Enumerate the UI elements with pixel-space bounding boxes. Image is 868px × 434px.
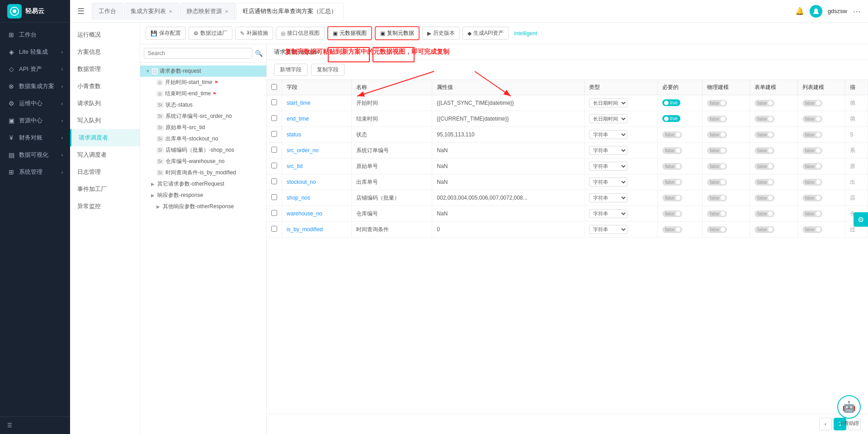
left-menu-plan-info[interactable]: 方案信息 bbox=[70, 43, 140, 61]
row-physical-5[interactable]: false bbox=[703, 174, 750, 190]
row-physical-6[interactable]: false bbox=[703, 190, 750, 206]
row-required-3[interactable]: false bbox=[657, 143, 702, 159]
row-checkbox-3[interactable] bbox=[271, 147, 277, 153]
left-menu-event-factory[interactable]: 事件加工厂 bbox=[70, 181, 140, 198]
metadata-view-button[interactable]: ▣ 元数据视图 bbox=[327, 26, 372, 40]
row-physical-1[interactable]: false bbox=[703, 111, 750, 127]
row-physical-8[interactable]: false bbox=[703, 222, 750, 238]
topbar-avatar[interactable] bbox=[810, 5, 822, 18]
row-form-4[interactable]: false bbox=[750, 159, 797, 174]
left-menu-write-inspector[interactable]: 写入调度者 bbox=[70, 146, 140, 163]
row-physical-0[interactable]: false bbox=[703, 95, 750, 111]
row-list-1[interactable]: false bbox=[797, 111, 845, 127]
row-checkbox-7[interactable] bbox=[271, 210, 277, 216]
row-required-7[interactable]: false bbox=[657, 206, 702, 222]
pagination-prev[interactable]: ‹ bbox=[819, 418, 832, 430]
row-checkbox-4[interactable] bbox=[271, 163, 277, 168]
topbar-more-icon[interactable]: ⋯ bbox=[853, 6, 861, 16]
left-menu-request-queue[interactable]: 请求队列 bbox=[70, 95, 140, 112]
row-list-8[interactable]: false bbox=[797, 222, 845, 238]
row-type-select-8[interactable]: 字符串 字符串 整数 长日期时间 bbox=[589, 225, 627, 234]
tab-integration-list[interactable]: 集成方案列表 ✕ bbox=[124, 3, 179, 20]
row-checkbox-6[interactable] bbox=[271, 194, 277, 200]
row-list-6[interactable]: false bbox=[797, 190, 845, 206]
tree-node-is-by-modified[interactable]: Sr 时间查询条件-is_by_modified bbox=[140, 167, 266, 178]
history-button[interactable]: ▶ 历史版本 bbox=[422, 27, 460, 40]
tree-node-end-time[interactable]: ◎ 结束时间-end_time ⚑ bbox=[140, 88, 266, 99]
left-menu-request-inspector[interactable]: 请求调度者 bbox=[70, 129, 140, 146]
sidebar-item-resources[interactable]: ▣ 资源中心 › bbox=[0, 112, 70, 129]
generate-api-button[interactable]: ◆ 生成API资产 bbox=[462, 27, 509, 40]
row-checkbox-cell[interactable] bbox=[267, 222, 282, 238]
row-type-select-5[interactable]: 字符串 字符串 整数 长日期时间 bbox=[589, 177, 627, 187]
sidebar-item-ops[interactable]: ⚙ 运维中心 › bbox=[0, 95, 70, 112]
sidebar-item-data-integration[interactable]: ⊗ 数据集成方案 › bbox=[0, 78, 70, 95]
row-form-0[interactable]: false bbox=[750, 95, 797, 111]
data-filter-button[interactable]: ⚙ 数据过滤厂 bbox=[189, 27, 232, 40]
row-type-select-4[interactable]: 字符串 字符串 整数 长日期时间 bbox=[589, 162, 627, 171]
tree-node-other-response[interactable]: ▶ 其他响应参数-otherResponse bbox=[140, 201, 266, 212]
row-form-8[interactable]: false bbox=[750, 222, 797, 238]
left-menu-data-mgmt[interactable]: 数据管理 bbox=[70, 61, 140, 78]
add-field-button[interactable]: 新增字段 bbox=[274, 64, 307, 76]
search-input[interactable] bbox=[144, 48, 252, 59]
row-required-0[interactable]: true bbox=[657, 95, 702, 111]
tree-node-status[interactable]: Sr 状态-status bbox=[140, 99, 266, 111]
sidebar-item-data-viz[interactable]: ▤ 数据可视化 › bbox=[0, 146, 70, 163]
row-required-6[interactable]: false bbox=[657, 190, 702, 206]
sidebar-item-finance[interactable]: ¥ 财务对账 › bbox=[0, 129, 70, 146]
row-list-4[interactable]: false bbox=[797, 159, 845, 174]
tab-shop-query[interactable]: 旺店通销售出库单查询方案（汇总） bbox=[236, 3, 344, 20]
row-checkbox-0[interactable] bbox=[271, 99, 277, 105]
row-checkbox-1[interactable] bbox=[271, 115, 277, 121]
tab-workbench[interactable]: 工作台 bbox=[92, 3, 123, 20]
row-checkbox-cell[interactable] bbox=[267, 190, 282, 206]
sidebar-item-lite[interactable]: ◈ Lite 轻集成 › bbox=[0, 43, 70, 61]
row-type-select-2[interactable]: 字符串 字符串 整数 长日期时间 bbox=[589, 130, 627, 139]
row-type-select-1[interactable]: 长日期时间 字符串 整数 长日期时间 bbox=[589, 114, 627, 123]
floating-settings-button[interactable]: ⚙ bbox=[854, 212, 868, 227]
row-type-select-7[interactable]: 字符串 字符串 整数 长日期时间 bbox=[589, 209, 627, 218]
interface-info-button[interactable]: ◎ 接口信息视图 bbox=[276, 27, 325, 40]
tree-node-other-request[interactable]: ▶ 其它请求参数-otherRequest bbox=[140, 178, 266, 190]
sidebar-collapse[interactable]: ☰ bbox=[0, 416, 70, 434]
row-type-select-3[interactable]: 字符串 字符串 整数 长日期时间 bbox=[589, 146, 627, 155]
tree-node-warehouse-no[interactable]: Sr 仓库编号-warehouse_no bbox=[140, 156, 266, 167]
row-type-select-0[interactable]: 长日期时间 字符串 整数 长日期时间 bbox=[589, 98, 627, 107]
copy-metadata-button[interactable]: ▣ 复制元数据 bbox=[375, 26, 420, 40]
row-checkbox-cell[interactable] bbox=[267, 206, 282, 222]
row-checkbox-cell[interactable] bbox=[267, 111, 282, 127]
row-required-1[interactable]: true bbox=[657, 111, 702, 127]
row-list-5[interactable]: false bbox=[797, 174, 845, 190]
supplement-button[interactable]: ✎ 补漏措施 bbox=[235, 27, 273, 40]
row-physical-7[interactable]: false bbox=[703, 206, 750, 222]
tab-integration-list-close[interactable]: ✕ bbox=[169, 9, 172, 14]
select-all-checkbox[interactable] bbox=[271, 84, 277, 90]
topbar-menu-icon[interactable]: ☰ bbox=[77, 6, 85, 16]
row-physical-3[interactable]: false bbox=[703, 143, 750, 159]
tab-static-mapping[interactable]: 静态映射资源 ✕ bbox=[180, 3, 235, 20]
row-form-6[interactable]: false bbox=[750, 190, 797, 206]
tree-node-shop-nos[interactable]: Sr 店铺编码（批量）-shop_nos bbox=[140, 145, 266, 156]
row-checkbox-cell[interactable] bbox=[267, 174, 282, 190]
row-checkbox-8[interactable] bbox=[271, 226, 277, 232]
row-required-2[interactable]: false bbox=[657, 127, 702, 143]
row-checkbox-cell[interactable] bbox=[267, 127, 282, 143]
row-list-3[interactable]: false bbox=[797, 143, 845, 159]
save-config-button[interactable]: 💾 保存配置 bbox=[146, 27, 186, 40]
row-required-5[interactable]: false bbox=[657, 174, 702, 190]
row-list-2[interactable]: false bbox=[797, 127, 845, 143]
copy-field-button[interactable]: 复制字段 bbox=[311, 64, 344, 76]
row-required-4[interactable]: false bbox=[657, 159, 702, 174]
tree-node-start-time[interactable]: ◎ 开始时间-start_time ⚑ bbox=[140, 77, 266, 88]
search-icon[interactable]: 🔍 bbox=[255, 50, 263, 57]
left-menu-exception-monitor[interactable]: 异常监控 bbox=[70, 198, 140, 215]
left-menu-write-queue[interactable]: 写入队列 bbox=[70, 112, 140, 129]
sidebar-item-sys-admin[interactable]: ⊞ 系统管理 › bbox=[0, 163, 70, 181]
assistant-widget[interactable]: 🤖 小青助理 bbox=[837, 395, 861, 427]
tree-node-stockout-no[interactable]: Sr 出库单号-stockout_no bbox=[140, 133, 266, 145]
row-form-1[interactable]: false bbox=[750, 111, 797, 127]
left-menu-xiaoqing[interactable]: 小青查数 bbox=[70, 78, 140, 95]
tree-node-src-tid[interactable]: Sr 原始单号-src_tid bbox=[140, 122, 266, 133]
topbar-bell-icon[interactable]: 🔔 bbox=[795, 7, 804, 15]
